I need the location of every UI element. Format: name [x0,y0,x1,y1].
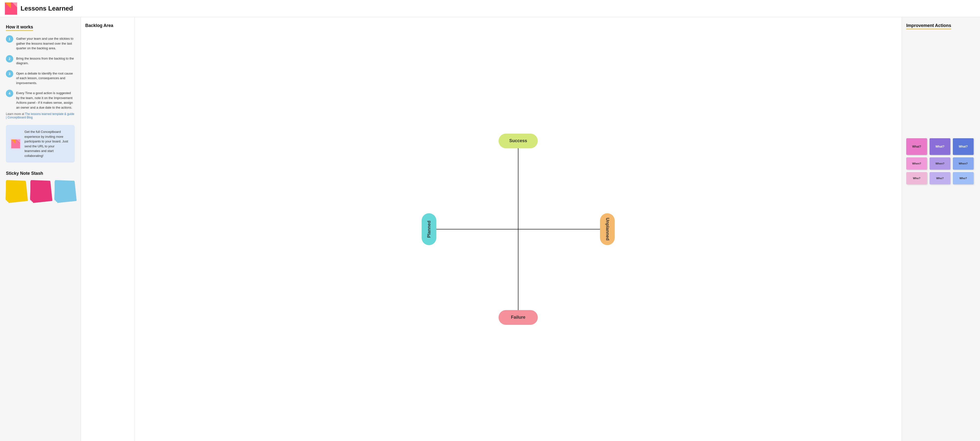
action-row-who: Who? Who? Who? [906,172,975,184]
stash-title: Sticky Note Stash [6,171,75,176]
when-card-pink[interactable]: When? [906,158,927,170]
yellow-note-4 [6,180,26,201]
page-title: Lessons Learned [21,5,73,12]
right-panel: Improvement Actions What? What? What? Wh… [902,17,980,441]
planned-label: Planned [422,213,436,245]
promo-text: Get the full Conceptboard experience by … [24,129,70,158]
main-container: How it works 1 Gather your team and use … [0,17,980,441]
how-it-works-title: How it works [6,24,33,31]
when-label-1: When? [912,162,921,165]
who-label-3: Who? [959,177,967,180]
what-card-blue[interactable]: What? [953,138,974,155]
diagram-canvas: Success Failure Planned Unplanned [433,143,604,315]
failure-label: Failure [499,310,538,325]
action-row-when: When? When? When? [906,158,975,170]
step-text-2: Bring the lessons from the backlog to th… [16,55,75,66]
step-item-1: 1 Gather your team and use the stickies … [6,35,75,51]
who-label-1: Who? [913,177,921,180]
blue-note-stack[interactable] [55,180,75,202]
action-row-what: What? What? What? [906,138,975,155]
what-card-pink[interactable]: What? [906,138,927,155]
what-card-purple[interactable]: What? [929,138,950,155]
what-label-2: What? [935,145,945,148]
yellow-note-stack[interactable] [6,180,26,202]
who-card-blue[interactable]: Who? [953,172,974,184]
how-it-works-section: How it works 1 Gather your team and use … [6,24,75,119]
what-label-3: What? [959,145,968,148]
pink-note-stack[interactable] [30,180,51,202]
diagram-area: Success Failure Planned Unplanned [135,17,902,441]
who-label-2: Who? [936,177,944,180]
step-text-3: Open a debate to identify the root cause… [16,70,75,86]
when-card-blue[interactable]: When? [953,158,974,170]
learn-more-prefix: Learn more at [6,112,25,116]
what-label-1: What? [912,145,921,148]
learn-more: Learn more at The lessons learned templa… [6,112,75,119]
step-list: 1 Gather your team and use the stickies … [6,35,75,110]
who-card-purple[interactable]: Who? [929,172,950,184]
step-text-4: Every Time a good action is suggested by… [16,90,75,110]
success-label: Success [499,134,538,148]
unplanned-label: Unplanned [600,213,615,245]
step-item-3: 3 Open a debate to identify the root cau… [6,70,75,86]
when-label-2: When? [935,162,945,165]
step-item-2: 2 Bring the lessons from the backlog to … [6,55,75,66]
app-header: Lessons Learned [0,0,980,17]
when-label-3: When? [959,162,968,165]
stash-notes [6,180,75,202]
step-number-1: 1 [6,35,13,43]
sticky-note-stash-section: Sticky Note Stash [6,171,75,202]
action-cards-grid: What? What? What? When? When? When? [906,138,975,184]
left-panel: How it works 1 Gather your team and use … [0,17,81,441]
backlog-title: Backlog Area [85,23,130,28]
step-number-2: 2 [6,55,13,62]
pink-note-4 [30,180,50,201]
step-number-3: 3 [6,70,13,78]
promo-logo-icon [10,139,21,149]
who-card-pink[interactable]: Who? [906,172,927,184]
step-text-1: Gather your team and use the stickies to… [16,35,75,51]
step-number-4: 4 [6,90,13,97]
improvement-actions-title: Improvement Actions [906,23,951,29]
vertical-axis [518,143,519,315]
backlog-panel: Backlog Area [81,17,135,441]
promo-box: Get the full Conceptboard experience by … [6,125,75,162]
blue-note-4 [54,180,75,201]
app-logo-icon [5,2,17,15]
when-card-purple[interactable]: When? [929,158,950,170]
step-item-4: 4 Every Time a good action is suggested … [6,90,75,110]
